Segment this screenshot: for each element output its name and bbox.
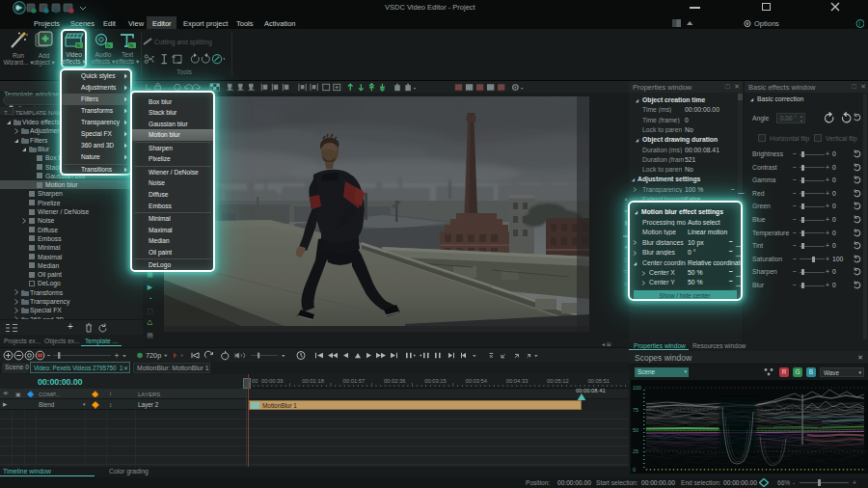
svg-text:fx: fx: [129, 42, 134, 48]
svg-text:720p: 720p: [146, 351, 161, 360]
svg-text:fx: fx: [76, 42, 81, 48]
svg-text:0: 0: [633, 467, 636, 473]
svg-text:25: 25: [633, 448, 638, 454]
svg-text:100: 100: [633, 385, 641, 391]
svg-text:Options: Options: [754, 19, 779, 28]
svg-text:i: i: [858, 20, 859, 27]
svg-text:fx: fx: [106, 42, 111, 48]
svg-text:50: 50: [633, 427, 638, 433]
svg-text:75: 75: [633, 407, 638, 413]
